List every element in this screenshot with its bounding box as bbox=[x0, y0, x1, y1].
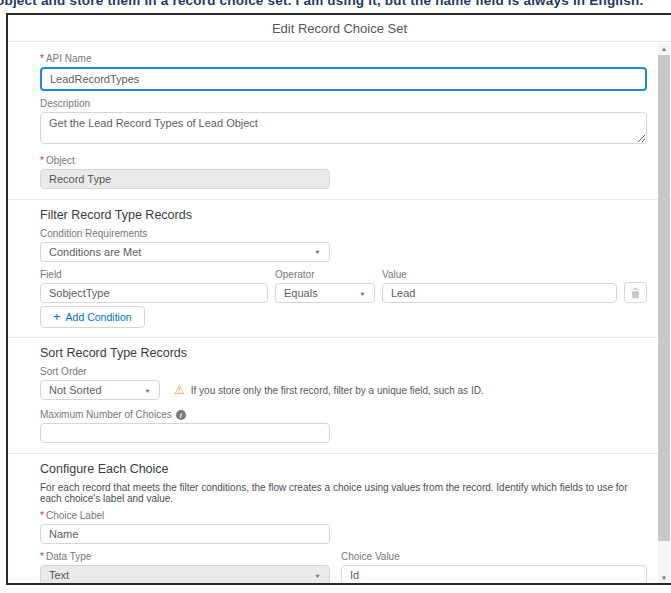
required-marker: * bbox=[40, 510, 44, 521]
background-page-text: object and store them in a record choice… bbox=[0, 0, 671, 8]
sort-order-row: Not Sorted ▼ ⚠ If you store only the fir… bbox=[40, 380, 647, 400]
info-icon[interactable]: i bbox=[176, 410, 186, 420]
chevron-down-icon: ▼ bbox=[314, 573, 321, 579]
configure-section-heading: Configure Each Choice bbox=[40, 462, 647, 477]
plus-icon: + bbox=[53, 312, 61, 322]
condition-row: Field Operator Equals ▼ Value bbox=[40, 269, 647, 303]
choice-label-field: *Choice Label bbox=[40, 510, 330, 544]
required-marker: * bbox=[40, 155, 44, 166]
required-marker: * bbox=[40, 53, 44, 64]
modal-frame: Edit Record Choice Set *API Name Descrip… bbox=[6, 13, 671, 585]
condition-requirements-value: Conditions are Met bbox=[49, 246, 141, 258]
warning-icon: ⚠ bbox=[174, 384, 185, 396]
condition-requirements-field: Condition Requirements Conditions are Me… bbox=[40, 228, 330, 262]
description-label: Description bbox=[40, 98, 647, 109]
choice-label-label: *Choice Label bbox=[40, 510, 330, 521]
basic-section: *API Name Description Get the Lead Recor… bbox=[8, 42, 671, 199]
sort-order-value: Not Sorted bbox=[49, 384, 102, 396]
data-type-field: *Data Type Text ▼ bbox=[40, 551, 330, 583]
configure-description: For each record that meets the filter co… bbox=[40, 482, 647, 504]
condition-field-input[interactable] bbox=[40, 283, 268, 303]
data-type-value: Text bbox=[49, 569, 69, 581]
scrollbar-down-icon[interactable]: ▼ bbox=[658, 573, 670, 583]
condition-operator-label: Operator bbox=[275, 269, 375, 280]
add-condition-button[interactable]: + Add Condition bbox=[40, 306, 145, 328]
sort-warning: ⚠ If you store only the first record, fi… bbox=[174, 384, 484, 396]
condition-value-col: Value bbox=[382, 269, 617, 303]
chevron-down-icon: ▼ bbox=[359, 290, 366, 296]
sort-order-select[interactable]: Not Sorted ▼ bbox=[40, 380, 160, 400]
choice-value-label: Choice Value bbox=[341, 551, 647, 562]
choice-value-input[interactable] bbox=[341, 565, 647, 583]
api-name-input[interactable] bbox=[40, 67, 647, 91]
modal-title: Edit Record Choice Set bbox=[272, 21, 407, 36]
screen: object and store them in a record choice… bbox=[0, 0, 671, 593]
add-condition-label: Add Condition bbox=[66, 311, 132, 323]
scrollbar-up-icon[interactable]: ▲ bbox=[658, 44, 670, 54]
data-type-select: Text ▼ bbox=[40, 565, 330, 583]
warning-text: If you store only the first record, filt… bbox=[191, 385, 484, 396]
filter-section-heading: Filter Record Type Records bbox=[40, 208, 647, 223]
modal-scrollbar[interactable]: ▲ ▼ bbox=[658, 44, 670, 583]
sort-section: Sort Record Type Records Sort Order Not … bbox=[8, 337, 671, 453]
sort-order-label: Sort Order bbox=[40, 366, 647, 377]
scrollbar-thumb[interactable] bbox=[658, 55, 670, 541]
description-field: Description Get the Lead Record Types of… bbox=[40, 98, 647, 148]
sort-order-field: Sort Order Not Sorted ▼ ⚠ If you store o… bbox=[40, 366, 647, 400]
condition-operator-value: Equals bbox=[284, 287, 318, 299]
chevron-down-icon: ▼ bbox=[314, 249, 321, 255]
description-textarea[interactable]: Get the Lead Record Types of Lead Object bbox=[40, 112, 647, 144]
modal-header: Edit Record Choice Set bbox=[8, 15, 671, 42]
choice-value-field: Choice Value bbox=[341, 551, 647, 583]
condition-value-input[interactable] bbox=[382, 283, 617, 303]
condition-operator-col: Operator Equals ▼ bbox=[275, 269, 375, 303]
delete-condition-button[interactable] bbox=[624, 282, 647, 303]
edit-record-choice-set-modal: Edit Record Choice Set *API Name Descrip… bbox=[8, 15, 671, 583]
object-field: *Object bbox=[40, 155, 330, 189]
trash-icon bbox=[630, 287, 641, 299]
configure-section: Configure Each Choice For each record th… bbox=[8, 453, 671, 583]
filter-section: Filter Record Type Records Condition Req… bbox=[8, 199, 671, 337]
choice-label-input[interactable] bbox=[40, 524, 330, 544]
api-name-field: *API Name bbox=[40, 53, 647, 91]
object-label: *Object bbox=[40, 155, 330, 166]
condition-requirements-select[interactable]: Conditions are Met ▼ bbox=[40, 242, 330, 262]
required-marker: * bbox=[40, 551, 44, 562]
chevron-down-icon: ▼ bbox=[144, 387, 151, 393]
max-choices-field: Maximum Number of Choicesi bbox=[40, 409, 330, 443]
condition-operator-select[interactable]: Equals ▼ bbox=[275, 283, 375, 303]
object-input bbox=[40, 169, 330, 189]
max-choices-label: Maximum Number of Choicesi bbox=[40, 409, 330, 420]
condition-field-label: Field bbox=[40, 269, 268, 280]
api-name-label: *API Name bbox=[40, 53, 647, 64]
condition-requirements-label: Condition Requirements bbox=[40, 228, 330, 239]
sort-section-heading: Sort Record Type Records bbox=[40, 346, 647, 361]
max-choices-input[interactable] bbox=[40, 423, 330, 443]
datatype-choicevalue-row: *Data Type Text ▼ Choice Value bbox=[40, 551, 647, 583]
condition-value-label: Value bbox=[382, 269, 617, 280]
condition-field-col: Field bbox=[40, 269, 268, 303]
data-type-label: *Data Type bbox=[40, 551, 330, 562]
